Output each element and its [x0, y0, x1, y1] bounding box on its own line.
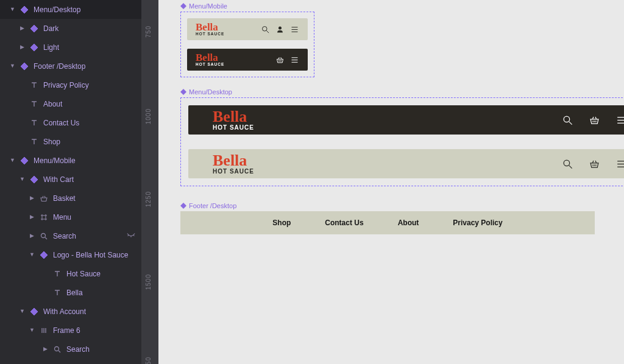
chevron-down-icon[interactable]: ▼	[20, 177, 25, 182]
logo-script: Bella	[196, 52, 224, 63]
layer-row[interactable]: Shop	[0, 132, 141, 151]
component-icon	[20, 156, 29, 165]
ruler-tick: 1750	[145, 357, 152, 364]
svg-point-33	[564, 160, 570, 166]
frame-label-text: Menu/Desktop	[189, 88, 232, 96]
logo-tagline: HOT SAUCE	[196, 32, 224, 37]
layer-row[interactable]: About	[0, 94, 141, 113]
hamburger-icon[interactable]	[615, 158, 624, 170]
basket-icon[interactable]	[275, 55, 285, 65]
chevron-right-icon[interactable]: ▶	[43, 346, 48, 352]
layer-row[interactable]: ▼With Account	[0, 302, 141, 321]
hamburger-icon[interactable]	[615, 114, 624, 126]
logo: Bella HOT SAUCE	[196, 22, 224, 37]
layer-row[interactable]: ▶Search	[0, 226, 141, 245]
footer-desktop[interactable]: ShopContact UsAboutPrivacy Policy	[180, 211, 595, 234]
chevron-right-icon[interactable]: ▶	[29, 214, 35, 220]
chevron-down-icon[interactable]: ▼	[29, 327, 35, 333]
layer-label: Light	[43, 43, 59, 52]
chevron-right-icon[interactable]: ▶	[20, 44, 25, 50]
logo: Bella HOT SAUCE	[213, 153, 254, 175]
layer-row[interactable]: ▶Menu	[0, 208, 141, 226]
component-icon	[20, 62, 29, 71]
layer-label: About	[43, 100, 62, 108]
search-icon	[53, 345, 62, 354]
layer-row[interactable]: ▼Menu/Desktop	[0, 0, 141, 19]
component-icon	[30, 175, 38, 184]
chevron-down-icon[interactable]: ▼	[29, 252, 35, 257]
ruler-tick: 1250	[145, 191, 152, 207]
layer-label: Search	[53, 232, 76, 240]
frame-label-mobile[interactable]: Menu/Mobile	[180, 2, 314, 10]
ruler-tick: 1500	[145, 274, 152, 290]
text-icon	[30, 119, 38, 127]
svg-line-8	[133, 235, 134, 236]
chevron-right-icon[interactable]: ▶	[29, 233, 35, 239]
hamburger-icon[interactable]	[289, 24, 299, 34]
chevron-down-icon[interactable]: ▼	[10, 158, 15, 163]
layer-row[interactable]: ▼Logo - Bella Hot Sauce	[0, 245, 141, 264]
hamburger-icon[interactable]	[289, 55, 299, 65]
svg-point-4	[41, 233, 46, 237]
footer-link[interactable]: Privacy Policy	[453, 219, 502, 227]
layer-row[interactable]: ▼With Cart	[0, 170, 141, 189]
basket-icon[interactable]	[588, 114, 600, 126]
layer-label: Footer /Desktop	[34, 62, 85, 71]
layer-row[interactable]: ▶Light	[0, 38, 141, 57]
svg-point-25	[564, 116, 570, 122]
layer-row[interactable]: ▶Basket	[0, 189, 141, 208]
layer-label: Bella	[66, 289, 83, 297]
frame-label-footer[interactable]: Footer /Desktop	[180, 202, 595, 209]
component-icon	[180, 89, 186, 95]
svg-line-13	[58, 351, 60, 352]
footer-link[interactable]: Shop	[272, 219, 291, 227]
layer-row[interactable]: ▼Footer /Desktop	[0, 57, 141, 75]
menu-desktop-light[interactable]: Bella HOT SAUCE	[188, 149, 624, 178]
search-icon	[40, 232, 48, 240]
menu-mobile-dark[interactable]: Bella HOT SAUCE	[187, 49, 308, 71]
logo-script: Bella	[213, 109, 254, 125]
menu-desktop-group[interactable]: Bella HOT SAUCE Bella HOT SAUCE	[180, 97, 624, 186]
account-icon[interactable]	[275, 24, 285, 34]
logo-tagline: HOT SAUCE	[213, 125, 254, 131]
logo-script: Bella	[196, 22, 224, 32]
text-icon	[30, 138, 38, 146]
frame-label-desktop[interactable]: Menu/Desktop	[180, 88, 624, 96]
layer-label: Frame 6	[53, 326, 80, 335]
layer-row[interactable]: ▶Dark	[0, 19, 141, 38]
chevron-down-icon[interactable]: ▼	[10, 63, 15, 69]
layer-label: Menu/Desktop	[34, 5, 80, 14]
text-icon	[53, 289, 62, 297]
chevron-right-icon[interactable]: ▶	[20, 26, 25, 31]
logo-tagline: HOT SAUCE	[196, 63, 224, 67]
component-icon	[30, 24, 38, 33]
logo: Bella HOT SAUCE	[213, 109, 254, 131]
layer-row[interactable]: ▼Frame 6	[0, 321, 141, 340]
chevron-down-icon[interactable]: ▼	[10, 7, 15, 12]
vertical-ruler: 7501000125015001750	[141, 0, 158, 364]
menu-desktop-dark[interactable]: Bella HOT SAUCE	[188, 105, 624, 135]
search-icon[interactable]	[561, 114, 573, 126]
menu-mobile-light[interactable]: Bella HOT SAUCE	[187, 18, 308, 40]
layer-label: Logo - Bella Hot Sauce	[53, 251, 128, 259]
layer-row[interactable]: ▶Search	[0, 340, 141, 359]
footer-link[interactable]: About	[398, 219, 419, 227]
layer-row[interactable]: Privacy Policy	[0, 75, 141, 94]
svg-line-15	[266, 30, 269, 33]
search-icon[interactable]	[260, 24, 270, 34]
chevron-down-icon[interactable]: ▼	[20, 309, 25, 314]
visibility-hidden-icon[interactable]	[127, 232, 135, 240]
chevron-right-icon[interactable]: ▶	[29, 195, 35, 201]
layer-row[interactable]: Hot Sauce	[0, 264, 141, 283]
footer-link[interactable]: Contact Us	[325, 219, 363, 227]
layer-row[interactable]: Contact Us	[0, 113, 141, 132]
ruler-tick: 1000	[145, 108, 152, 124]
menu-mobile-group[interactable]: Bella HOT SAUCE Bella HOT SAUCE	[180, 12, 314, 77]
component-icon	[30, 307, 38, 316]
search-icon[interactable]	[561, 158, 573, 170]
layer-row[interactable]: Bella	[0, 283, 141, 302]
design-canvas[interactable]: Menu/Mobile Bella HOT SAUCE Bella HOT	[158, 0, 624, 364]
layer-row[interactable]: ▼Menu/Mobile	[0, 151, 141, 170]
layer-label: Dark	[43, 24, 58, 33]
basket-icon[interactable]	[588, 158, 600, 170]
